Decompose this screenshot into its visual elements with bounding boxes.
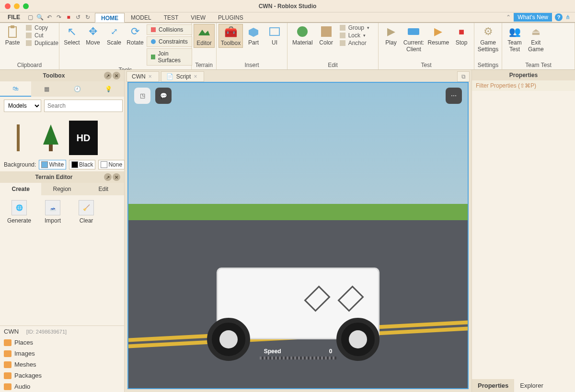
toolbox-tab-marketplace[interactable]: 🛍	[0, 81, 31, 97]
material-button[interactable]: Material	[289, 24, 316, 47]
terrain-tab-edit[interactable]: Edit	[83, 183, 124, 195]
select-button[interactable]: ↖Select	[61, 24, 82, 47]
tab-view[interactable]: VIEW	[184, 12, 212, 22]
terrain-tab-region[interactable]: Region	[41, 183, 82, 195]
viewport-menu-icon[interactable]: ⋯	[446, 88, 462, 104]
toolbox-search-input[interactable]	[44, 100, 123, 112]
properties-tab[interactable]: Properties	[472, 379, 514, 392]
bg-black-button[interactable]: Black	[69, 160, 95, 169]
doc-tab-cwn[interactable]: CWN×	[126, 71, 159, 82]
terrain-tab-create[interactable]: Create	[0, 183, 41, 195]
share-icon[interactable]: ⋔	[565, 14, 570, 21]
tab-home[interactable]: HOME	[95, 13, 125, 22]
find-icon[interactable]: 🔍	[36, 14, 43, 21]
bg-none-button[interactable]: None	[98, 160, 125, 169]
explorer-folder-audio[interactable]: Audio	[0, 381, 124, 392]
toolbox-item[interactable]	[36, 121, 65, 155]
viewport-logo-icon[interactable]: ◳	[134, 88, 150, 104]
close-panel-icon[interactable]: ✕	[113, 72, 120, 79]
speed-value: 0	[329, 348, 333, 355]
terrain-clear-button[interactable]: 🧹Clear	[72, 200, 101, 224]
close-window-icon[interactable]	[5, 3, 11, 9]
game-settings-button[interactable]: ⚙GameSettings	[476, 24, 500, 54]
terrain-generate-button[interactable]: 🌐Generate	[5, 200, 34, 224]
join-surfaces-button[interactable]: Join Surfaces	[147, 48, 192, 66]
undock-icon[interactable]: ↗	[104, 173, 112, 181]
toolbox-button[interactable]: 🧰Toolbox	[218, 24, 243, 48]
file-menu[interactable]: FILE	[5, 13, 23, 22]
svg-rect-2	[270, 28, 279, 35]
ui-button[interactable]: UI	[264, 24, 285, 47]
group-terrain-label: Terrain	[194, 61, 214, 69]
close-tab-icon[interactable]: ×	[149, 73, 152, 80]
constraints-button[interactable]: Constraints	[147, 36, 192, 47]
whats-new-button[interactable]: What's New	[514, 13, 552, 22]
close-panel-icon[interactable]: ✕	[113, 173, 120, 181]
resume-button[interactable]: ▶Resume	[426, 24, 451, 47]
group-test-label: Test	[380, 61, 472, 69]
paste-button[interactable]: Paste	[2, 24, 23, 47]
fullscreen-window-icon[interactable]	[23, 3, 29, 9]
undo-icon[interactable]: ↶	[46, 14, 53, 21]
terrain-editor-title: Terrain Editor	[4, 174, 104, 180]
undock-icon[interactable]: ↗	[104, 72, 112, 79]
properties-filter[interactable]: Filter Properties (⇧⌘P)	[472, 80, 575, 91]
play-button[interactable]: ▶Play	[380, 24, 402, 47]
explorer-game-row[interactable]: CWN [ID: 2498639671]	[0, 326, 124, 337]
dock-icon[interactable]: ⧉	[457, 71, 470, 82]
viewport-chat-icon[interactable]: 💬	[155, 88, 172, 104]
help-icon[interactable]: ?	[555, 13, 563, 21]
lock-button[interactable]: Lock ▾	[340, 32, 369, 39]
current-client-button[interactable]: Current:Client	[402, 24, 426, 54]
new-file-icon[interactable]: ▢	[27, 14, 34, 21]
toolbox-tab-inventory[interactable]: ▦	[31, 81, 62, 97]
history-back-icon[interactable]: ↺	[75, 14, 81, 21]
copy-button[interactable]: Copy	[26, 24, 58, 32]
tab-model[interactable]: MODEL	[125, 12, 158, 22]
collisions-button[interactable]: Collisions	[147, 24, 192, 35]
scale-button[interactable]: ⤢Scale	[104, 24, 125, 47]
script-icon: 📄	[166, 73, 173, 80]
team-test-button[interactable]: 👥TeamTest	[504, 24, 525, 54]
explorer-folder-meshes[interactable]: Meshes	[0, 359, 124, 370]
viewport-3d[interactable]: ◳ 💬 ⋯ Speed0	[127, 82, 469, 389]
cut-button[interactable]: Cut	[26, 32, 58, 39]
doc-tab-script[interactable]: 📄Script×	[161, 71, 205, 82]
part-button[interactable]: Part	[243, 24, 264, 47]
toolbox-category-select[interactable]: Models	[4, 100, 41, 112]
tab-test[interactable]: TEST	[158, 12, 185, 22]
toolbox-tab-creations[interactable]: 💡	[93, 81, 124, 97]
close-tab-icon[interactable]: ×	[194, 73, 197, 80]
bg-white-button[interactable]: White	[39, 160, 66, 169]
speed-bar	[260, 357, 336, 359]
history-forward-icon[interactable]: ↻	[84, 14, 91, 21]
minimize-window-icon[interactable]	[14, 3, 20, 9]
rotate-button[interactable]: ⟳Rotate	[125, 24, 146, 47]
color-button[interactable]: Color	[316, 24, 337, 47]
explorer-folder-images[interactable]: Images	[0, 348, 124, 359]
toolbox-tab-recent[interactable]: 🕘	[62, 81, 93, 97]
properties-title: Properties	[476, 72, 571, 78]
anchor-button[interactable]: Anchor	[340, 39, 369, 47]
group-button[interactable]: Group ▾	[340, 24, 369, 32]
terrain-editor-button[interactable]: Editor	[194, 24, 215, 48]
collapse-ribbon-icon[interactable]: ⌃	[506, 14, 511, 21]
explorer-folder-packages[interactable]: Packages	[0, 370, 124, 381]
toolbox-item[interactable]: HD	[69, 121, 98, 155]
stop-icon[interactable]: ■	[65, 14, 72, 21]
explorer-folder-places[interactable]: Places	[0, 337, 124, 348]
bg-label: Background:	[4, 161, 36, 168]
toolbox-item[interactable]	[4, 121, 33, 155]
duplicate-button[interactable]: Duplicate	[26, 39, 58, 47]
group-insert-label: Insert	[218, 61, 285, 69]
explorer-tab[interactable]: Explorer	[514, 379, 549, 392]
terrain-import-button[interactable]: 🗻Import	[38, 200, 67, 224]
toolbox-title: Toolbox	[4, 72, 104, 79]
move-button[interactable]: ✥Move	[82, 24, 104, 47]
svg-rect-0	[9, 27, 16, 37]
group-edit-label: Edit	[289, 61, 376, 69]
stop-button[interactable]: ■Stop	[451, 24, 472, 47]
tab-plugins[interactable]: PLUGINS	[212, 12, 250, 22]
exit-game-button[interactable]: ⏏ExitGame	[525, 24, 547, 54]
redo-icon[interactable]: ↷	[56, 14, 62, 21]
